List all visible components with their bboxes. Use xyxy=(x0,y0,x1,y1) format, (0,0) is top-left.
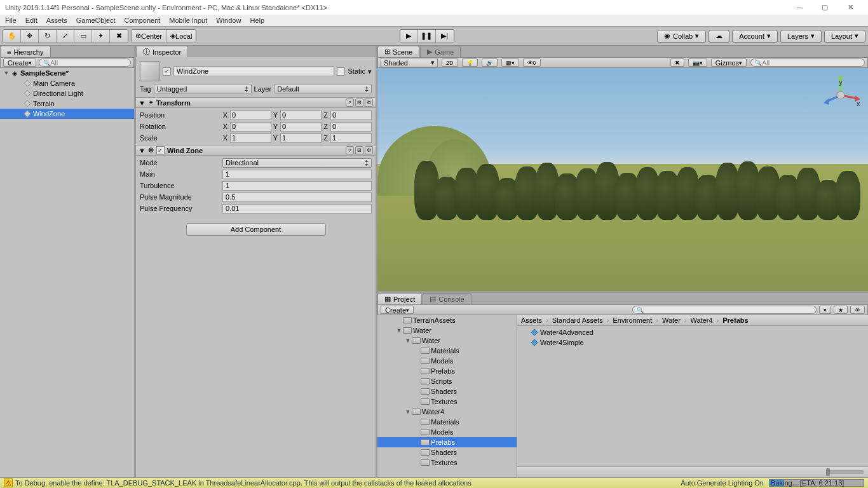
breadcrumb-item[interactable]: Environment xyxy=(613,316,652,324)
project-tree-item[interactable]: Textures xyxy=(377,396,517,407)
main-field[interactable]: 1 xyxy=(222,170,372,179)
project-tree-item[interactable]: Prefabs xyxy=(377,366,517,376)
project-tree-item[interactable]: Models xyxy=(377,427,517,437)
windzone-docs-icon[interactable]: ? xyxy=(346,146,354,154)
hierarchy-item[interactable]: WindZone xyxy=(0,109,134,119)
project-tab[interactable]: ▦ Project xyxy=(377,293,422,304)
transform-preset-icon[interactable]: ⊟ xyxy=(355,98,363,107)
scale-y[interactable]: 1 xyxy=(280,133,322,143)
project-zoom-slider[interactable] xyxy=(826,470,864,474)
scale-tool[interactable]: ⤢ xyxy=(57,30,74,43)
move-tool[interactable]: ✥ xyxy=(21,30,39,43)
windzone-header[interactable]: ▼ ❋ ✓ Wind Zone ?⊟⚙ xyxy=(136,145,376,156)
project-tree-item[interactable]: Models xyxy=(377,356,517,366)
breadcrumb-item[interactable]: Water4 xyxy=(691,316,713,324)
menu-edit[interactable]: Edit xyxy=(25,17,37,24)
custom-tool[interactable]: ✖ xyxy=(110,30,128,43)
pulse-magnitude-field[interactable]: 0.5 xyxy=(222,193,372,202)
project-tree-item[interactable]: ▼Water xyxy=(377,325,517,336)
project-asset-item[interactable]: Water4Simple xyxy=(519,337,867,348)
scene-settings-icon[interactable]: ✖ xyxy=(670,58,684,67)
menu-assets[interactable]: Assets xyxy=(46,17,67,24)
hierarchy-item[interactable]: Main Camera xyxy=(0,78,134,88)
transform-menu-icon[interactable]: ⚙ xyxy=(365,98,373,107)
static-checkbox[interactable] xyxy=(337,67,345,76)
scene-tab[interactable]: ⊞ Scene xyxy=(377,46,419,57)
scale-z[interactable]: 1 xyxy=(330,133,372,143)
windzone-preset-icon[interactable]: ⊟ xyxy=(355,146,363,154)
project-tree-item[interactable]: Prefabs xyxy=(377,437,517,447)
play-button[interactable]: ▶ xyxy=(400,30,418,43)
audio-toggle[interactable]: 🔊 xyxy=(482,58,498,67)
minimize-button[interactable]: ─ xyxy=(787,1,812,14)
project-tree-item[interactable]: Shaders xyxy=(377,386,517,396)
rect-tool[interactable]: ▭ xyxy=(74,30,92,43)
layers-button[interactable]: Layers ▾ xyxy=(780,30,822,43)
rotate-tool[interactable]: ↻ xyxy=(39,30,57,43)
project-tree-item[interactable]: Materials xyxy=(377,417,517,427)
close-button[interactable]: ✕ xyxy=(837,1,863,14)
hierarchy-create-button[interactable]: Create ▾ xyxy=(3,58,36,67)
project-tree-item[interactable]: Textures xyxy=(377,458,517,468)
hand-tool[interactable]: ✋ xyxy=(3,30,21,43)
add-component-button[interactable]: Add Component xyxy=(186,223,326,236)
project-tree-item[interactable]: ▼Water4 xyxy=(377,407,517,417)
hierarchy-item[interactable]: Terrain xyxy=(0,98,134,109)
rotation-y[interactable]: 0 xyxy=(280,122,322,132)
step-button[interactable]: ▶| xyxy=(436,30,454,43)
menu-gameobject[interactable]: GameObject xyxy=(76,17,116,24)
hidden-toggle[interactable]: 👁0 xyxy=(523,58,541,67)
project-search[interactable]: 🔍 xyxy=(632,306,817,314)
project-asset-item[interactable]: Water4Advanced xyxy=(519,327,867,337)
fx-toggle[interactable]: ▦▾ xyxy=(501,58,519,67)
windzone-enabled-checkbox[interactable]: ✓ xyxy=(156,146,165,154)
pivot-center-button[interactable]: ⊕ Center xyxy=(132,30,166,43)
menu-window[interactable]: Window xyxy=(216,17,241,24)
console-tab[interactable]: ▤ Console xyxy=(423,293,471,304)
hierarchy-scene-row[interactable]: ▼◈ SampleScene* xyxy=(0,68,134,78)
turbulence-field[interactable]: 1 xyxy=(222,181,372,191)
menu-help[interactable]: Help xyxy=(250,17,264,24)
warning-icon[interactable]: ⚠ xyxy=(4,478,13,487)
breadcrumb-item[interactable]: Water xyxy=(662,316,681,324)
layer-dropdown[interactable]: Default‡ xyxy=(274,84,372,93)
position-z[interactable]: 0 xyxy=(330,111,372,120)
hierarchy-search[interactable]: 🔍 All xyxy=(39,58,131,67)
tag-dropdown[interactable]: Untagged‡ xyxy=(154,84,252,93)
menu-file[interactable]: File xyxy=(5,17,17,24)
maximize-button[interactable]: ▢ xyxy=(812,1,837,14)
2d-toggle[interactable]: 2D xyxy=(442,58,458,67)
pause-button[interactable]: ❚❚ xyxy=(418,30,436,43)
project-tree-item[interactable]: ▼Water xyxy=(377,336,517,346)
orientation-gizmo[interactable]: y x xyxy=(818,73,863,118)
gizmos-dropdown[interactable]: Gizmos ▾ xyxy=(711,58,747,67)
gameobject-name-field[interactable] xyxy=(173,66,334,76)
gameobject-icon[interactable] xyxy=(140,61,160,81)
transform-header[interactable]: ▼ ✦ Transform ?⊟⚙ xyxy=(136,97,376,108)
breadcrumb-item[interactable]: Assets xyxy=(521,316,542,324)
hierarchy-item[interactable]: Directional Light xyxy=(0,88,134,98)
inspector-tab[interactable]: ⓘ Inspector xyxy=(136,46,188,57)
layout-button[interactable]: Layout ▾ xyxy=(824,30,865,43)
project-filter-icon[interactable]: ▾ xyxy=(819,306,831,314)
static-dropdown-icon[interactable]: ▾ xyxy=(368,67,372,76)
breadcrumb-item[interactable]: Standard Assets xyxy=(552,316,603,324)
shading-mode-dropdown[interactable]: Shaded▾ xyxy=(381,58,438,67)
breadcrumb-item[interactable]: Prefabs xyxy=(722,316,748,324)
rotation-z[interactable]: 0 xyxy=(330,122,372,132)
camera-icon[interactable]: 📷▾ xyxy=(688,58,707,67)
windzone-menu-icon[interactable]: ⚙ xyxy=(365,146,373,154)
project-tree-item[interactable]: Materials xyxy=(377,346,517,356)
pivot-local-button[interactable]: ◈ Local xyxy=(166,30,196,43)
project-tree-item[interactable]: Scripts xyxy=(377,376,517,386)
hierarchy-tab[interactable]: ≡ Hierarchy xyxy=(0,46,51,57)
transform-docs-icon[interactable]: ? xyxy=(346,98,354,107)
menu-mobileinput[interactable]: Mobile Input xyxy=(169,17,207,24)
lighting-status[interactable]: Auto Generate Lighting On xyxy=(681,479,764,487)
account-button[interactable]: Account ▾ xyxy=(732,30,778,43)
gameobject-active-checkbox[interactable]: ✓ xyxy=(163,67,171,76)
project-favorite-icon[interactable]: ★ xyxy=(834,306,848,314)
position-y[interactable]: 0 xyxy=(280,111,322,120)
project-tree-item[interactable]: Shaders xyxy=(377,447,517,458)
mode-dropdown[interactable]: Directional‡ xyxy=(222,158,372,168)
